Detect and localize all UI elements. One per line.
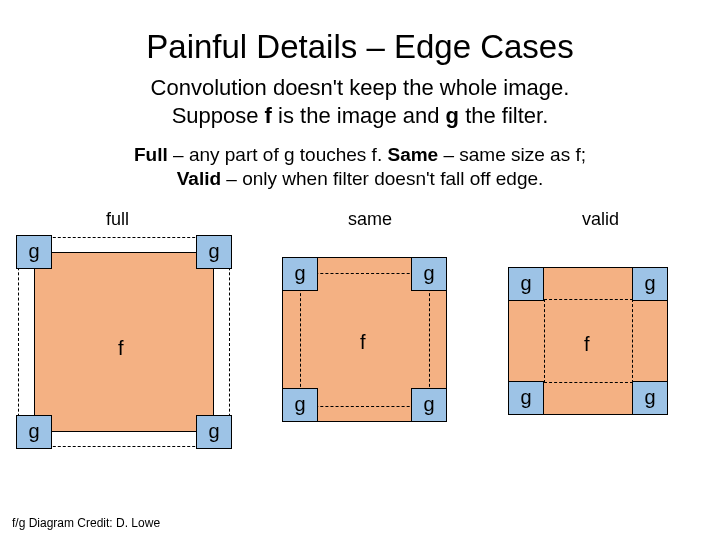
subtitle-g: g [446,103,459,128]
subtitle-line2a: Suppose [172,103,265,128]
subtitle-line2c: is the image and [272,103,446,128]
full-g-bottom-right: g [196,415,232,449]
label-same: same [348,209,392,230]
def-full-label: Full [134,144,168,165]
def-same-text: – same size as f; [438,144,586,165]
subtitle: Convolution doesn't keep the whole image… [0,74,720,129]
same-g-bottom-right: g [411,388,447,422]
same-f-label: f [360,331,366,354]
label-valid: valid [582,209,619,230]
valid-g-top-right: g [632,267,668,301]
def-full-text: – any part of g touches f. [168,144,388,165]
definitions: Full – any part of g touches f. Same – s… [0,143,720,191]
def-valid-label: Valid [177,168,221,189]
diagrams-area: full g g g g f same g g g g f valid g g … [0,209,720,469]
full-g-bottom-left: g [16,415,52,449]
def-same-label: Same [387,144,438,165]
full-g-top-right: g [196,235,232,269]
subtitle-f: f [265,103,272,128]
full-f-label: f [118,337,124,360]
subtitle-line1: Convolution doesn't keep the whole image… [151,75,570,100]
diagram-credit: f/g Diagram Credit: D. Lowe [12,516,160,530]
valid-g-bottom-right: g [632,381,668,415]
slide-title: Painful Details – Edge Cases [0,28,720,66]
valid-f-label: f [584,333,590,356]
label-full: full [106,209,129,230]
valid-g-top-left: g [508,267,544,301]
same-g-top-left: g [282,257,318,291]
same-g-top-right: g [411,257,447,291]
valid-g-bottom-left: g [508,381,544,415]
full-g-top-left: g [16,235,52,269]
same-g-bottom-left: g [282,388,318,422]
subtitle-line2e: the filter. [459,103,548,128]
def-valid-text: – only when filter doesn't fall off edge… [221,168,543,189]
